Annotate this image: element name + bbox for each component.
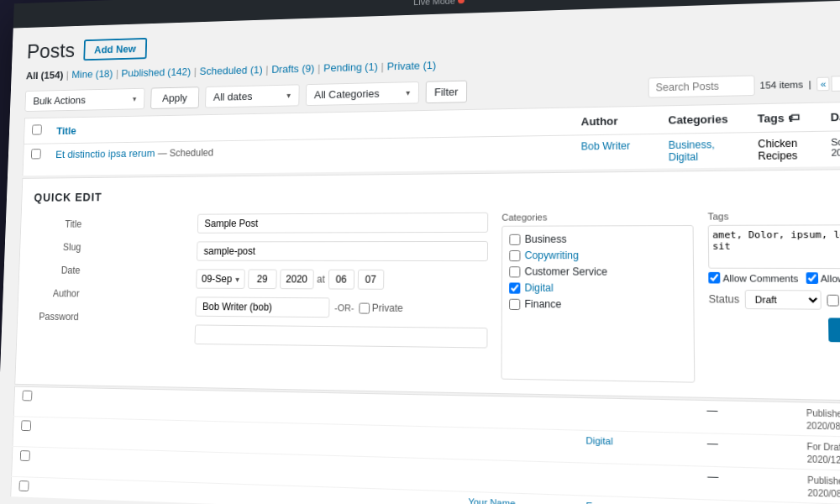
extra-rows-table: — Published2020/08/06 Digital — For Draf… [10, 386, 840, 504]
allow-comments-label: Allow Comments [708, 272, 798, 284]
category-link[interactable]: Europe [586, 501, 618, 504]
search-input[interactable] [648, 75, 754, 97]
row-checkbox[interactable] [21, 420, 31, 431]
slug-input[interactable]: sample-post [197, 241, 488, 261]
at-label: at [317, 274, 325, 286]
row-checkbox[interactable] [31, 149, 41, 159]
filter-mine[interactable]: Mine (18) [71, 68, 113, 81]
password-input-row [194, 324, 487, 348]
status-select[interactable]: Draft Published Pending [745, 290, 822, 310]
allow-comments-checkbox[interactable] [708, 272, 720, 284]
update-button[interactable]: Update [828, 318, 840, 343]
posts-table: Title Author Categories Tags 🏷 [23, 101, 840, 176]
filter-drafts[interactable]: Drafts (9) [271, 62, 314, 76]
filter-published[interactable]: Published (142) [121, 66, 191, 79]
cat-item-customer-service: Customer Service [509, 265, 685, 278]
chevron-down-icon: ▾ [286, 91, 291, 100]
date-label: Date [31, 260, 81, 276]
slug-label: Slug [32, 238, 81, 253]
chevron-down-icon: ▾ [235, 275, 239, 284]
tags-sort-icon: 🏷 [787, 111, 799, 124]
make-sticky-label: Make this post sticky [827, 289, 840, 311]
row-checkbox[interactable] [20, 450, 30, 461]
post-status-badge: — Scheduled [158, 147, 214, 159]
categories-column-header: Categories [659, 104, 748, 134]
cat-label-finance: Finance [524, 298, 561, 311]
cat-checkbox-finance[interactable] [509, 298, 520, 309]
quick-edit-categories: Categories Business Copywriting [501, 211, 696, 382]
quick-edit-title: QUICK EDIT [34, 184, 840, 204]
cat-item-digital: Digital [509, 281, 686, 294]
cat-checkbox-customer-service[interactable] [509, 266, 520, 277]
categories-panel-label: Categories [501, 211, 693, 222]
author-link[interactable]: Your Name [468, 496, 515, 504]
status-row: Status Draft Published Pending Make this… [708, 289, 840, 312]
tags-textarea[interactable]: amet, Dolor, ipsum, lorem, sit [708, 224, 840, 269]
cat-label-customer-service: Customer Service [525, 265, 608, 278]
allow-pings-checkbox[interactable] [806, 272, 818, 284]
quick-edit-left: Title Slug Date Author [28, 214, 186, 374]
filter-button[interactable]: Filter [425, 81, 467, 104]
category-filter-dropdown[interactable]: All Categories ▾ [305, 81, 418, 106]
slug-input-row: sample-post [197, 241, 488, 261]
title-row: Title [33, 214, 185, 230]
author-row: Author [30, 284, 183, 300]
quick-edit-panel: QUICK EDIT Title Slug Date [14, 168, 840, 402]
category-link[interactable]: Digital [585, 435, 612, 446]
live-mode-indicator [458, 0, 465, 3]
date-input-row: 09-Sep ▾ at [196, 269, 488, 290]
author-input-row: Bob Writer (bob) -OR- Private [195, 297, 487, 319]
author-input[interactable]: Bob Writer (bob) [195, 297, 329, 318]
main-content: Posts Add New All (154) | Mine (18) | Pu… [0, 0, 840, 504]
bulk-actions-dropdown[interactable]: Bulk Actions ▾ [24, 88, 144, 112]
cat-label-digital: Digital [524, 281, 553, 293]
minute-input[interactable] [357, 270, 384, 290]
current-page-input[interactable]: 1 [832, 75, 840, 91]
quick-edit-tags-status: Tags amet, Dolor, ipsum, lorem, sit Allo… [708, 210, 840, 386]
page-title: Posts [27, 39, 76, 64]
date-filter-dropdown[interactable]: All dates ▾ [205, 84, 300, 108]
or-label: -OR- [334, 302, 354, 312]
categories-list: Business Copywriting Customer Service [501, 225, 696, 383]
date-cell: Scheduled 2020/09/23 [831, 136, 840, 158]
date-controls: 09-Sep ▾ at [196, 269, 384, 289]
private-checkbox[interactable] [359, 302, 370, 313]
chevron-down-icon: ▾ [133, 94, 137, 102]
year-input[interactable] [280, 270, 314, 290]
date-column-header: Date [821, 101, 840, 131]
tags-panel-label: Tags [708, 210, 840, 222]
author-column-header: Author [572, 106, 659, 135]
posts-table-wrapper: Title Author Categories Tags 🏷 [10, 101, 840, 504]
month-dropdown[interactable]: 09-Sep ▾ [196, 269, 244, 289]
author-link[interactable]: Bob Writer [581, 140, 630, 153]
title-input[interactable]: Sample Post [197, 213, 488, 234]
password-input[interactable] [194, 324, 487, 348]
cat-checkbox-copywriting[interactable] [509, 249, 520, 260]
filter-private[interactable]: Private (1) [387, 59, 437, 72]
author-controls: Bob Writer (bob) -OR- Private [195, 297, 403, 318]
add-new-button[interactable]: Add New [83, 38, 147, 60]
post-title-link[interactable]: Et distinctio ipsa rerum [55, 147, 158, 160]
filter-scheduled[interactable]: Scheduled (1) [199, 64, 262, 77]
select-all-checkbox[interactable] [32, 124, 42, 134]
live-mode-label: Live Mode [413, 0, 465, 7]
quick-edit-center: Sample Post sample-post 09-Sep ▾ [194, 213, 489, 380]
cat-checkbox-digital[interactable] [509, 282, 520, 293]
row-checkbox[interactable] [22, 391, 32, 402]
prev-page-button[interactable]: « [816, 76, 830, 91]
cat-label-copywriting: Copywriting [525, 249, 579, 261]
make-sticky-checkbox[interactable] [827, 294, 839, 306]
title-label: Title [33, 214, 82, 229]
cat-checkbox-business[interactable] [509, 234, 520, 244]
apply-button[interactable]: Apply [150, 87, 199, 109]
comments-pings-row: Allow Comments Allow Pings [708, 272, 840, 284]
hour-input[interactable] [328, 270, 354, 290]
filter-all[interactable]: All (154) [26, 69, 64, 81]
day-input[interactable] [248, 269, 277, 289]
allow-pings-label: Allow Pings [806, 272, 840, 284]
tags-cell: Chicken Recipes [758, 137, 797, 162]
row-checkbox[interactable] [18, 480, 29, 491]
cat-item-business: Business [509, 233, 685, 245]
filter-pending[interactable]: Pending (1) [323, 60, 378, 74]
category-link[interactable]: Business, Digital [669, 139, 715, 163]
